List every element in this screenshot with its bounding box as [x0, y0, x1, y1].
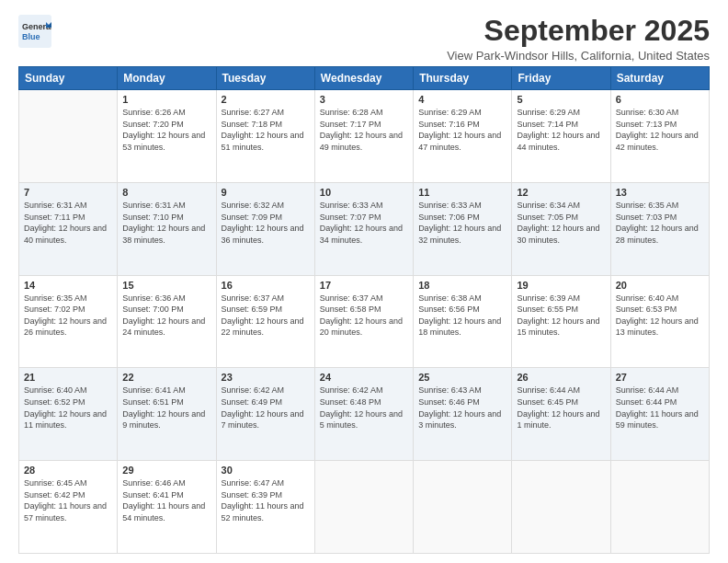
day-info: Sunrise: 6:37 AM Sunset: 6:58 PM Dayligh… [320, 293, 408, 339]
header-thursday: Thursday [414, 67, 512, 90]
day-info: Sunrise: 6:42 AM Sunset: 6:48 PM Dayligh… [320, 385, 408, 431]
day-number: 2 [222, 94, 310, 105]
table-row: 13Sunrise: 6:35 AM Sunset: 7:03 PM Dayli… [610, 182, 709, 275]
day-number: 16 [222, 280, 310, 291]
day-info: Sunrise: 6:47 AM Sunset: 6:39 PM Dayligh… [222, 477, 310, 523]
day-info: Sunrise: 6:29 AM Sunset: 7:14 PM Dayligh… [517, 107, 605, 153]
day-number: 18 [418, 280, 506, 291]
day-number: 17 [320, 280, 408, 291]
day-info: Sunrise: 6:33 AM Sunset: 7:06 PM Dayligh… [418, 200, 506, 246]
day-number: 22 [122, 372, 210, 383]
day-number: 20 [616, 280, 704, 291]
day-number: 10 [320, 187, 408, 198]
day-info: Sunrise: 6:36 AM Sunset: 7:00 PM Dayligh… [122, 293, 210, 339]
day-number: 30 [222, 465, 310, 476]
table-row: 14Sunrise: 6:35 AM Sunset: 7:02 PM Dayli… [19, 275, 118, 368]
logo-icon: General Blue [18, 15, 51, 48]
day-info: Sunrise: 6:27 AM Sunset: 7:18 PM Dayligh… [222, 107, 310, 153]
day-info: Sunrise: 6:37 AM Sunset: 6:59 PM Dayligh… [222, 293, 310, 339]
header-wednesday: Wednesday [314, 67, 413, 90]
day-number: 3 [320, 94, 408, 105]
day-info: Sunrise: 6:39 AM Sunset: 6:55 PM Dayligh… [517, 293, 605, 339]
table-row: 30Sunrise: 6:47 AM Sunset: 6:39 PM Dayli… [216, 461, 314, 554]
day-info: Sunrise: 6:45 AM Sunset: 6:42 PM Dayligh… [24, 477, 112, 523]
day-info: Sunrise: 6:40 AM Sunset: 6:52 PM Dayligh… [24, 385, 112, 431]
header-sunday: Sunday [19, 67, 118, 90]
table-row: 21Sunrise: 6:40 AM Sunset: 6:52 PM Dayli… [19, 368, 118, 461]
table-row: 17Sunrise: 6:37 AM Sunset: 6:58 PM Dayli… [314, 275, 413, 368]
title-section: September 2025 View Park-Windsor Hills, … [447, 15, 710, 63]
table-row [19, 90, 118, 183]
table-row: 23Sunrise: 6:42 AM Sunset: 6:49 PM Dayli… [216, 368, 314, 461]
calendar-week-row: 14Sunrise: 6:35 AM Sunset: 7:02 PM Dayli… [19, 275, 710, 368]
day-info: Sunrise: 6:44 AM Sunset: 6:45 PM Dayligh… [517, 385, 605, 431]
header-saturday: Saturday [610, 67, 709, 90]
svg-rect-0 [18, 15, 51, 48]
day-info: Sunrise: 6:35 AM Sunset: 7:03 PM Dayligh… [616, 200, 704, 246]
day-number: 24 [320, 372, 408, 383]
header-friday: Friday [512, 67, 610, 90]
day-info: Sunrise: 6:29 AM Sunset: 7:16 PM Dayligh… [418, 107, 506, 153]
day-info: Sunrise: 6:26 AM Sunset: 7:20 PM Dayligh… [122, 107, 210, 153]
table-row: 28Sunrise: 6:45 AM Sunset: 6:42 PM Dayli… [19, 461, 118, 554]
header-monday: Monday [118, 67, 216, 90]
day-number: 21 [24, 372, 112, 383]
day-number: 13 [616, 187, 704, 198]
day-number: 4 [418, 94, 506, 105]
table-row [414, 461, 512, 554]
table-row: 8Sunrise: 6:31 AM Sunset: 7:10 PM Daylig… [118, 182, 216, 275]
day-number: 1 [122, 94, 210, 105]
table-row: 18Sunrise: 6:38 AM Sunset: 6:56 PM Dayli… [414, 275, 512, 368]
table-row: 15Sunrise: 6:36 AM Sunset: 7:00 PM Dayli… [118, 275, 216, 368]
table-row: 20Sunrise: 6:40 AM Sunset: 6:53 PM Dayli… [610, 275, 709, 368]
day-number: 29 [122, 465, 210, 476]
table-row: 22Sunrise: 6:41 AM Sunset: 6:51 PM Dayli… [118, 368, 216, 461]
table-row: 6Sunrise: 6:30 AM Sunset: 7:13 PM Daylig… [610, 90, 709, 183]
table-row: 24Sunrise: 6:42 AM Sunset: 6:48 PM Dayli… [314, 368, 413, 461]
day-info: Sunrise: 6:35 AM Sunset: 7:02 PM Dayligh… [24, 293, 112, 339]
table-row: 16Sunrise: 6:37 AM Sunset: 6:59 PM Dayli… [216, 275, 314, 368]
header: General Blue September 2025 View Park-Wi… [18, 15, 710, 63]
day-info: Sunrise: 6:38 AM Sunset: 6:56 PM Dayligh… [418, 293, 506, 339]
day-info: Sunrise: 6:30 AM Sunset: 7:13 PM Dayligh… [616, 107, 704, 153]
day-number: 23 [222, 372, 310, 383]
table-row: 5Sunrise: 6:29 AM Sunset: 7:14 PM Daylig… [512, 90, 610, 183]
header-tuesday: Tuesday [216, 67, 314, 90]
table-row: 27Sunrise: 6:44 AM Sunset: 6:44 PM Dayli… [610, 368, 709, 461]
table-row: 19Sunrise: 6:39 AM Sunset: 6:55 PM Dayli… [512, 275, 610, 368]
day-info: Sunrise: 6:31 AM Sunset: 7:11 PM Dayligh… [24, 200, 112, 246]
table-row: 25Sunrise: 6:43 AM Sunset: 6:46 PM Dayli… [414, 368, 512, 461]
logo: General Blue [18, 15, 51, 48]
day-number: 6 [616, 94, 704, 105]
day-info: Sunrise: 6:42 AM Sunset: 6:49 PM Dayligh… [222, 385, 310, 431]
day-info: Sunrise: 6:33 AM Sunset: 7:07 PM Dayligh… [320, 200, 408, 246]
calendar-table: Sunday Monday Tuesday Wednesday Thursday… [18, 66, 710, 554]
day-info: Sunrise: 6:28 AM Sunset: 7:17 PM Dayligh… [320, 107, 408, 153]
day-number: 12 [517, 187, 605, 198]
table-row: 26Sunrise: 6:44 AM Sunset: 6:45 PM Dayli… [512, 368, 610, 461]
table-row: 11Sunrise: 6:33 AM Sunset: 7:06 PM Dayli… [414, 182, 512, 275]
day-info: Sunrise: 6:43 AM Sunset: 6:46 PM Dayligh… [418, 385, 506, 431]
svg-text:Blue: Blue [22, 32, 40, 41]
day-info: Sunrise: 6:31 AM Sunset: 7:10 PM Dayligh… [122, 200, 210, 246]
day-info: Sunrise: 6:44 AM Sunset: 6:44 PM Dayligh… [616, 385, 704, 431]
page: General Blue September 2025 View Park-Wi… [0, 0, 728, 563]
location-title: View Park-Windsor Hills, California, Uni… [447, 49, 710, 63]
table-row: 12Sunrise: 6:34 AM Sunset: 7:05 PM Dayli… [512, 182, 610, 275]
month-title: September 2025 [447, 15, 710, 47]
day-number: 11 [418, 187, 506, 198]
day-number: 5 [517, 94, 605, 105]
day-number: 27 [616, 372, 704, 383]
day-number: 14 [24, 280, 112, 291]
day-number: 9 [222, 187, 310, 198]
day-number: 8 [122, 187, 210, 198]
table-row [314, 461, 413, 554]
table-row [610, 461, 709, 554]
day-number: 26 [517, 372, 605, 383]
calendar-week-row: 21Sunrise: 6:40 AM Sunset: 6:52 PM Dayli… [19, 368, 710, 461]
day-info: Sunrise: 6:46 AM Sunset: 6:41 PM Dayligh… [122, 477, 210, 523]
day-number: 15 [122, 280, 210, 291]
table-row: 2Sunrise: 6:27 AM Sunset: 7:18 PM Daylig… [216, 90, 314, 183]
day-info: Sunrise: 6:34 AM Sunset: 7:05 PM Dayligh… [517, 200, 605, 246]
table-row: 10Sunrise: 6:33 AM Sunset: 7:07 PM Dayli… [314, 182, 413, 275]
